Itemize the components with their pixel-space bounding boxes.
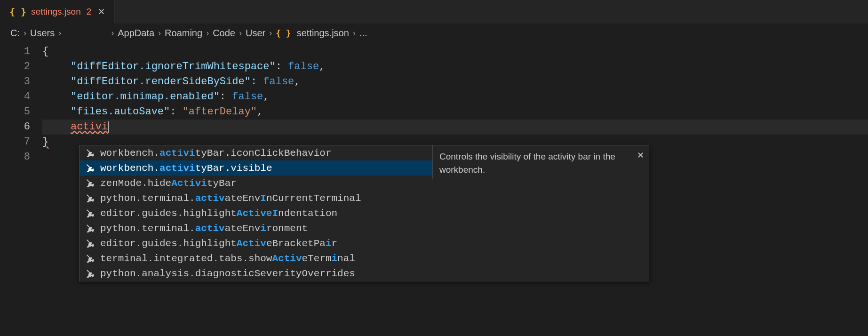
breadcrumb-trailing[interactable]: ... xyxy=(359,28,367,39)
wrench-icon xyxy=(86,164,95,172)
suggest-item-label: zenMode.hideActivityBar xyxy=(100,178,237,189)
suggest-documentation: Controls the visibility of the activity … xyxy=(432,145,649,179)
wrench-icon xyxy=(86,149,95,157)
breadcrumb-segment[interactable]: User xyxy=(246,28,265,39)
suggest-item-label: python.terminal.activateEnvInCurrentTerm… xyxy=(100,193,361,204)
chevron-right-icon: › xyxy=(269,28,272,38)
suggest-item[interactable]: python.analysis.diagnosticSeverityOverri… xyxy=(80,266,432,281)
chevron-right-icon: › xyxy=(206,28,209,38)
suggest-item-label: editor.guides.highlightActiveIndentation xyxy=(100,208,337,219)
code-line[interactable]: "diffEditor.ignoreTrimWhitespace": false… xyxy=(42,59,868,74)
suggest-item-label: python.analysis.diagnosticSeverityOverri… xyxy=(100,268,355,279)
line-number: 6 xyxy=(0,120,30,135)
wrench-icon xyxy=(86,239,95,248)
wrench-icon xyxy=(86,194,95,202)
line-number: 8 xyxy=(0,150,30,165)
wrench-icon xyxy=(86,269,95,278)
line-number: 3 xyxy=(0,74,30,89)
line-number-gutter: 1 2 3 4 5 6 7 8 xyxy=(0,44,42,165)
error-token: activi xyxy=(71,121,108,133)
breadcrumb-segment[interactable]: Code xyxy=(213,28,235,39)
chevron-right-icon: › xyxy=(24,28,26,38)
line-number: 5 xyxy=(0,104,30,120)
close-tab-icon[interactable]: ✕ xyxy=(98,7,105,17)
tab-bar: { } settings.json 2 ✕ xyxy=(0,0,868,24)
wrench-icon xyxy=(86,179,95,187)
suggest-item[interactable]: terminal.integrated.tabs.showActiveTermi… xyxy=(80,251,432,266)
code-line[interactable]: "files.autoSave": "afterDelay", xyxy=(42,104,868,120)
breadcrumb-file[interactable]: settings.json xyxy=(297,28,349,39)
breadcrumb-segment[interactable]: Roaming xyxy=(165,28,202,39)
wrench-icon xyxy=(86,209,95,217)
wrench-icon xyxy=(86,224,95,232)
text-cursor xyxy=(108,121,109,133)
tab-settings-json[interactable]: { } settings.json 2 ✕ xyxy=(0,0,115,24)
code-line[interactable]: "editor.minimap.enabled": false, xyxy=(42,89,868,104)
code-line[interactable]: { xyxy=(42,44,868,59)
suggest-item[interactable]: python.terminal.activateEnvInCurrentTerm… xyxy=(80,191,432,206)
chevron-right-icon: › xyxy=(239,28,242,38)
suggest-item-label: workbench.activityBar.visible xyxy=(100,163,272,174)
suggest-item[interactable]: editor.guides.highlightActiveBracketPair xyxy=(80,236,432,251)
suggest-list[interactable]: workbench.activityBar.iconClickBehaviorw… xyxy=(80,145,432,281)
chevron-right-icon: › xyxy=(158,28,161,38)
tab-filename: settings.json xyxy=(31,7,81,17)
chevron-right-icon: › xyxy=(111,28,114,38)
line-number: 2 xyxy=(0,59,30,74)
code-line[interactable]: "diffEditor.renderSideBySide": false, xyxy=(42,74,868,89)
json-file-icon: { } xyxy=(9,6,26,17)
chevron-right-icon: › xyxy=(353,28,356,38)
code-line-current[interactable]: activi xyxy=(42,120,868,135)
breadcrumb-segment[interactable]: C: xyxy=(10,28,20,39)
suggest-item[interactable]: python.terminal.activateEnvironment xyxy=(80,221,432,236)
json-file-icon: { } xyxy=(276,28,291,38)
wrench-icon xyxy=(86,254,95,263)
suggest-item[interactable]: zenMode.hideActivityBar xyxy=(80,176,432,191)
suggest-item[interactable]: workbench.activityBar.visible xyxy=(80,160,432,176)
breadcrumb-segment[interactable]: Users xyxy=(30,28,55,39)
suggest-item-label: editor.guides.highlightActiveBracketPair xyxy=(100,238,337,249)
line-number: 7 xyxy=(0,135,30,150)
suggest-item-label: python.terminal.activateEnvironment xyxy=(100,223,308,234)
close-icon[interactable]: ✕ xyxy=(637,149,644,161)
suggest-item[interactable]: editor.guides.highlightActiveIndentation xyxy=(80,206,432,221)
breadcrumb[interactable]: C: › Users › › AppData › Roaming › Code … xyxy=(0,24,868,42)
breadcrumb-segment[interactable]: AppData xyxy=(118,28,154,39)
chevron-right-icon: › xyxy=(58,28,61,38)
suggest-item[interactable]: workbench.activityBar.iconClickBehavior xyxy=(80,145,432,160)
suggest-widget[interactable]: workbench.activityBar.iconClickBehaviorw… xyxy=(79,145,649,281)
line-number: 4 xyxy=(0,89,30,104)
tab-problem-count: 2 xyxy=(87,7,92,17)
suggest-item-label: workbench.activityBar.iconClickBehavior xyxy=(100,148,332,159)
suggest-item-label: terminal.integrated.tabs.showActiveTermi… xyxy=(100,253,355,264)
line-number: 1 xyxy=(0,44,30,59)
suggest-doc-text: Controls the visibility of the activity … xyxy=(439,152,615,175)
